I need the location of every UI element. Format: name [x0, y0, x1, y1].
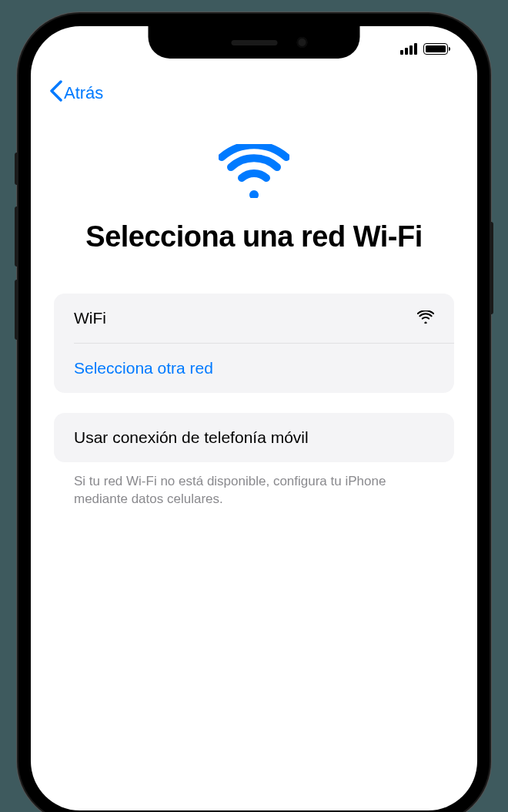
wifi-network-row[interactable]: WiFi: [54, 294, 454, 343]
battery-icon: [423, 43, 448, 55]
phone-frame: Atrás Selecciona una red Wi‑Fi WiFi: [18, 14, 490, 812]
cellular-footer-note: Si tu red Wi‑Fi no está disponible, conf…: [54, 473, 454, 508]
wifi-network-name: WiFi: [74, 309, 106, 327]
status-right: [400, 43, 448, 55]
page-title: Selecciona una red Wi‑Fi: [85, 220, 422, 255]
wifi-hero-icon: [219, 144, 289, 201]
back-button[interactable]: Atrás: [49, 80, 103, 106]
wifi-signal-icon: [417, 309, 434, 327]
back-label: Atrás: [64, 83, 103, 103]
mute-switch: [15, 153, 18, 185]
use-cellular-label: Usar conexión de telefonía móvil: [74, 428, 309, 447]
screen: Atrás Selecciona una red Wi‑Fi WiFi: [31, 26, 477, 810]
volume-down-button: [15, 280, 18, 340]
network-list-card: WiFi Selecciona otra red: [54, 294, 454, 393]
volume-up-button: [15, 206, 18, 267]
choose-other-network-label: Selecciona otra red: [74, 359, 213, 377]
cellular-card: Usar conexión de telefonía móvil: [54, 413, 454, 462]
main-content: Selecciona una red Wi‑Fi WiFi: [31, 106, 477, 508]
speaker-grille: [231, 40, 277, 45]
chevron-back-icon: [49, 80, 62, 106]
cellular-signal-icon: [400, 43, 417, 55]
use-cellular-button[interactable]: Usar conexión de telefonía móvil: [54, 413, 454, 462]
notch: [149, 26, 360, 59]
front-camera: [297, 37, 308, 48]
power-button: [490, 222, 493, 314]
choose-other-network-row[interactable]: Selecciona otra red: [54, 344, 454, 393]
